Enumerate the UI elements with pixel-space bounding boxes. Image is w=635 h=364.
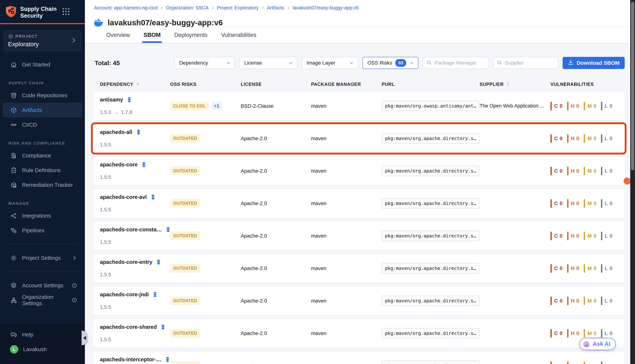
tab-vulnerabilities[interactable]: Vulnerabilities (221, 27, 256, 43)
breadcrumb-separator: › (288, 5, 289, 11)
filter-dropdown-image-layer[interactable]: Image Layer (302, 57, 358, 69)
package-manager-search-input[interactable] (434, 60, 485, 66)
layers-icon (160, 324, 166, 330)
breadcrumb-link[interactable]: Organization: SSCA (166, 5, 209, 11)
vuln-count-low: L 0 (601, 102, 612, 110)
table-row[interactable]: apacheds-core-avl 1.5.5 OUTDATED Apache-… (93, 189, 625, 218)
package-manager: maven (311, 103, 382, 109)
purl-value[interactable]: pkg:maven/org.apache.directory.s… (382, 166, 480, 176)
sidebar-item-compliance[interactable]: Compliance (3, 148, 82, 163)
table-row[interactable]: antisamy 1.5.3 → 1.7.8 CLOSE TO EOL+1 BS… (93, 92, 625, 120)
purl-value[interactable]: pkg:maven/org.owasp.antisamy/ant… (382, 101, 480, 111)
purl-value[interactable]: pkg:maven/org.apache.directory.s… (382, 133, 480, 144)
breadcrumb-link[interactable]: Project: Exploratory (217, 5, 259, 11)
filter-dropdown-dependency[interactable]: Dependency (174, 57, 235, 69)
purl-value[interactable]: pkg:maven/org.apache.directory.s… (382, 328, 480, 338)
vuln-count-medium: M 0 (584, 199, 597, 208)
sort-icon[interactable] (136, 82, 140, 86)
severity-bar-icon (584, 362, 585, 364)
scrollbar[interactable] (630, 0, 635, 364)
oss-risk-badge: CLOSE TO EOL (170, 102, 209, 110)
purl-value[interactable]: pkg:maven/org.apache.directory.s… (382, 198, 480, 208)
table-row[interactable]: apacheds-interceptor-… 1.5.5 OUTDATED Ap… (93, 352, 625, 364)
table-row-highlighted[interactable]: apacheds-all 1.5.5 OUTDATED Apache-2.0 m… (93, 124, 625, 153)
sidebar-item-remediation-tracker[interactable]: Remediation Tracker (3, 178, 82, 192)
license: Apache-2.0 (241, 298, 311, 304)
app-logo-row: Supply Chain Security (0, 0, 85, 19)
sidebar-item-ci-cd[interactable]: CI/CD (3, 118, 82, 132)
dependency-name: apacheds-all (100, 129, 132, 135)
filter-dropdown-oss-risks[interactable]: OSS Risks 03 (362, 57, 418, 69)
severity-bar-icon (601, 264, 602, 273)
table-row[interactable]: apacheds-core-shared 1.5.5 OUTDATED Apac… (93, 319, 625, 348)
breadcrumb-link[interactable]: lavakush07/easy-buggy-app:v6 (293, 5, 359, 11)
tab-sbom[interactable]: SBOM (143, 27, 161, 43)
user-menu[interactable]: L Lavakush (3, 342, 82, 357)
column-header-license: LICENSE (241, 82, 311, 87)
tab-overview[interactable]: Overview (106, 27, 130, 43)
sidebar-item-pipelines[interactable]: Pipelines (3, 223, 82, 238)
tab-deployments[interactable]: Deployments (174, 27, 207, 43)
info-icon[interactable] (72, 298, 77, 303)
breadcrumb-link[interactable]: Artifacts (267, 5, 284, 11)
vulnerability-counts: C 0H 0M 0L 0 (550, 329, 625, 338)
purl-value[interactable]: pkg:maven/org.apache.directory.s… (382, 263, 480, 274)
oss-risk-more-badge[interactable]: +1 (212, 102, 222, 110)
purl-value[interactable]: pkg:maven/org.apache.directory.s… (382, 230, 480, 241)
sidebar-item-code-repositories[interactable]: Code Repositories (3, 88, 82, 103)
scrollbar-thumb[interactable] (631, 2, 634, 170)
license: Apache-2.0 (241, 168, 311, 174)
chevron-down-icon (226, 60, 231, 66)
package-manager-search[interactable] (423, 57, 489, 69)
dependency-name: apacheds-core-jndi (100, 292, 149, 298)
purl-value[interactable]: pkg:maven/org.apache.directory.s… (382, 296, 480, 306)
vuln-count-medium: M 0 (584, 362, 597, 364)
sidebar-item-rule-definitions[interactable]: Rule Definitions (3, 163, 82, 178)
vuln-count-high: H 0 (567, 167, 579, 175)
supplier-search[interactable] (493, 57, 558, 69)
project-selector[interactable]: PROJECT Exploratory (4, 30, 81, 51)
severity-bar-icon (584, 329, 585, 338)
supplier-search-input[interactable] (504, 60, 554, 66)
project-cube-icon (8, 34, 13, 39)
sidebar-item-organization-settings[interactable]: Organization Settings (3, 293, 82, 308)
sidebar-item-account-settings[interactable]: Account Settings (3, 278, 82, 293)
column-header-vulnerabilities: VULNERABILITIES (550, 82, 625, 87)
severity-bar-icon (584, 167, 585, 175)
sidebar-item-get-started[interactable]: Get Started (3, 57, 82, 72)
sidebar-item-artifacts[interactable]: Artifacts (3, 103, 82, 118)
download-sbom-button[interactable]: Download SBOM (563, 57, 625, 69)
vuln-count-critical: C 0 (550, 232, 563, 240)
table-row[interactable]: apacheds-core-consta… 1.5.5 OUTDATED Apa… (93, 222, 625, 250)
layers-icon (126, 96, 133, 103)
filter-dropdown-license[interactable]: License (240, 57, 297, 69)
app-switcher-grid-icon[interactable] (63, 8, 69, 15)
sort-icon[interactable] (506, 82, 510, 86)
vuln-count-low: L 0 (601, 232, 612, 240)
vuln-count-high: H 0 (567, 199, 579, 208)
sidebar-item-help[interactable]: ? Help (3, 327, 82, 342)
ask-ai-button[interactable]: Ask AI (579, 338, 616, 350)
severity-bar-icon (550, 232, 552, 240)
vuln-count-medium: M 0 (584, 297, 597, 305)
severity-bar-icon (601, 167, 602, 175)
oss-risk-badge: OUTDATED (170, 134, 200, 143)
breadcrumb-link[interactable]: Account: app-harness-ng-cicd (94, 5, 157, 11)
license: Apache-2.0 (241, 330, 311, 336)
license: Apache-2.0 (241, 266, 311, 271)
license: Apache-2.0 (241, 363, 311, 364)
dependency-name: apacheds-interceptor-… (100, 356, 161, 362)
sidebar-item-project-settings[interactable]: Project Settings (3, 250, 82, 265)
page-title: lavakush07/easy-buggy-app:v6 (108, 18, 223, 27)
project-label: PROJECT (8, 34, 71, 39)
table-row[interactable]: apacheds-core 1.5.5 OUTDATED Apache-2.0 … (93, 157, 625, 185)
table-row[interactable]: apacheds-core-entry 1.5.5 OUTDATED Apach… (93, 254, 625, 282)
vuln-count-critical: C 0 (550, 329, 563, 338)
sidebar-divider (5, 244, 80, 244)
oss-risk-badge: OUTDATED (170, 199, 200, 208)
sidebar-item-integrations[interactable]: Integrations (3, 208, 82, 223)
table-row[interactable]: apacheds-core-jndi 1.5.5 OUTDATED Apache… (93, 286, 625, 315)
oss-risk-badge: OUTDATED (170, 166, 200, 175)
purl-value[interactable]: pkg:maven/org.apache.directory.s… (382, 360, 480, 364)
info-icon[interactable] (72, 283, 77, 288)
